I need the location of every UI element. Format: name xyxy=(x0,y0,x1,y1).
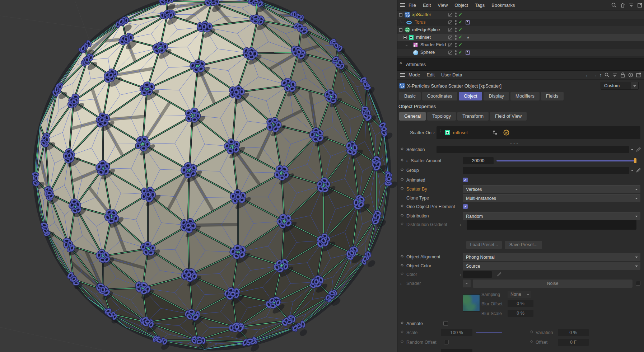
object-label[interactable]: xpScatter xyxy=(412,12,431,17)
search-icon[interactable] xyxy=(604,72,610,78)
menu-user-data[interactable]: User Data xyxy=(441,72,462,78)
enabled-check-icon[interactable]: ✓ xyxy=(458,27,462,32)
keyframe-diamond-icon[interactable] xyxy=(401,214,403,217)
one-object-checkbox[interactable]: ✓ xyxy=(463,204,468,209)
object-alignment-dropdown[interactable]: Phong Normal xyxy=(463,253,640,261)
menu-view[interactable]: View xyxy=(438,3,448,8)
menu-file[interactable]: File xyxy=(409,3,416,8)
visibility-dots-icon[interactable] xyxy=(455,35,457,40)
layer-toggle-icon[interactable] xyxy=(448,51,452,55)
filter-icon[interactable] xyxy=(612,72,618,78)
collapse-icon[interactable] xyxy=(403,36,407,39)
hamburger-icon[interactable] xyxy=(400,3,405,7)
object-label[interactable]: mtInset xyxy=(416,35,431,40)
tab-basic[interactable]: Basic xyxy=(399,92,421,100)
object-label[interactable]: mtEdgeSpline xyxy=(412,27,440,32)
forward-arrow-icon[interactable]: → xyxy=(592,72,597,78)
popout-icon[interactable] xyxy=(636,72,641,78)
tree-row-shader-field[interactable]: Shader Field ✓ xyxy=(397,41,644,49)
panel-divider[interactable] xyxy=(397,0,397,352)
menu-object[interactable]: Object xyxy=(454,3,468,8)
tab-display[interactable]: Display xyxy=(484,92,509,100)
tab-fields[interactable]: Fields xyxy=(541,92,564,100)
viewport-3d[interactable] xyxy=(0,0,397,352)
layer-toggle-icon[interactable] xyxy=(448,43,452,47)
layer-toggle-icon[interactable] xyxy=(448,13,452,17)
preset-dropdown[interactable]: Custom xyxy=(601,82,639,90)
group-field[interactable] xyxy=(463,167,629,174)
scatter-on-object[interactable]: mtInset xyxy=(453,130,468,135)
tab-general[interactable]: General xyxy=(399,112,426,121)
eyedropper-icon[interactable] xyxy=(635,147,641,152)
target-icon[interactable] xyxy=(628,72,634,78)
collapse-icon[interactable] xyxy=(399,13,402,17)
scatter-amount-slider[interactable] xyxy=(496,160,636,161)
expand-arrow-icon[interactable]: › xyxy=(400,281,402,286)
animated-checkbox[interactable]: ✓ xyxy=(463,178,468,182)
collapse-icon[interactable] xyxy=(399,28,402,32)
lock-icon[interactable] xyxy=(620,72,626,78)
load-preset-button[interactable]: Load Preset... xyxy=(466,241,502,249)
keyframe-diamond-icon[interactable] xyxy=(401,322,403,324)
enabled-circle-check-icon[interactable] xyxy=(503,130,509,136)
object-label[interactable]: Torus xyxy=(415,20,426,25)
save-preset-button[interactable]: Save Preset... xyxy=(505,241,542,249)
back-arrow-icon[interactable]: ← xyxy=(585,72,590,78)
close-icon[interactable]: ✕ xyxy=(399,61,402,65)
layer-toggle-icon[interactable] xyxy=(448,20,452,24)
enabled-check-icon[interactable]: ✓ xyxy=(458,50,462,55)
keyframe-diamond-icon[interactable] xyxy=(401,159,403,161)
tab-coordinates[interactable]: Coordinates xyxy=(422,92,457,100)
visibility-dots-icon[interactable] xyxy=(455,50,457,55)
hierarchy-icon[interactable] xyxy=(493,130,498,135)
phong-tag-icon[interactable] xyxy=(466,50,470,55)
object-color-dropdown[interactable]: Source xyxy=(463,262,640,270)
enabled-check-icon[interactable]: ✓ xyxy=(458,34,462,40)
phong-tag-icon[interactable] xyxy=(466,20,470,25)
tree-row-torus[interactable]: Torus ✓ xyxy=(397,19,644,26)
scatter-amount-slider-handle[interactable] xyxy=(634,158,636,163)
up-arrow-icon[interactable]: ↑ xyxy=(599,72,602,78)
keyframe-diamond-icon[interactable] xyxy=(401,255,403,258)
keyframe-diamond-icon[interactable] xyxy=(401,264,403,267)
resize-handle[interactable]: ...... xyxy=(510,141,518,144)
distribution-dropdown[interactable]: Random xyxy=(463,212,640,220)
popout-icon[interactable] xyxy=(637,2,643,8)
tab-field-of-view[interactable]: Field of View xyxy=(490,112,527,121)
layer-toggle-icon[interactable] xyxy=(448,28,452,32)
selection-field[interactable] xyxy=(437,146,629,153)
menu-edit[interactable]: Edit xyxy=(423,3,431,8)
scatter-on-listbox[interactable]: mtInset xyxy=(437,126,640,139)
layer-toggle-icon[interactable] xyxy=(448,36,452,39)
visibility-dots-icon[interactable] xyxy=(455,43,457,47)
filter-icon[interactable] xyxy=(628,2,634,8)
tab-topology[interactable]: Topology xyxy=(427,112,456,121)
tree-row-mtinset[interactable]: mtInset ✓ ▲ xyxy=(397,34,644,41)
animate-checkbox[interactable] xyxy=(443,321,448,326)
keyframe-diamond-icon[interactable] xyxy=(401,187,403,190)
scatter-amount-input[interactable]: 20000 xyxy=(463,157,494,164)
tree-row-sphere[interactable]: Sphere ✓ xyxy=(397,49,644,56)
hamburger-icon[interactable] xyxy=(400,73,405,77)
visibility-dots-icon[interactable] xyxy=(455,28,457,32)
shader-preview-thumbnail[interactable] xyxy=(463,294,480,311)
clone-type-dropdown[interactable]: Multi-Instances xyxy=(463,194,640,202)
keyframe-diamond-icon[interactable] xyxy=(401,168,403,171)
visibility-dots-icon[interactable] xyxy=(455,20,457,25)
tab-transform[interactable]: Transform xyxy=(457,112,489,121)
menu-edit[interactable]: Edit xyxy=(427,72,435,78)
keyframe-diamond-icon[interactable] xyxy=(401,178,403,181)
tree-row-xpscatter[interactable]: xpScatter ✓ xyxy=(397,11,644,19)
visibility-dots-icon[interactable] xyxy=(455,13,457,17)
chevron-right-icon[interactable]: › xyxy=(406,158,408,163)
enabled-check-icon[interactable]: ✓ xyxy=(458,12,462,17)
enabled-check-icon[interactable]: ✓ xyxy=(458,19,462,25)
keyframe-diamond-icon[interactable] xyxy=(401,205,403,207)
tab-modifiers[interactable]: Modifiers xyxy=(510,92,540,100)
search-icon[interactable] xyxy=(611,2,617,8)
eyedropper-icon[interactable] xyxy=(635,168,641,173)
menu-bookmarks[interactable]: Bookmarks xyxy=(491,3,515,8)
menu-mode[interactable]: Mode xyxy=(409,72,420,78)
object-label[interactable]: Shader Field xyxy=(420,42,446,47)
scatter-by-dropdown[interactable]: Vertices xyxy=(463,185,640,193)
